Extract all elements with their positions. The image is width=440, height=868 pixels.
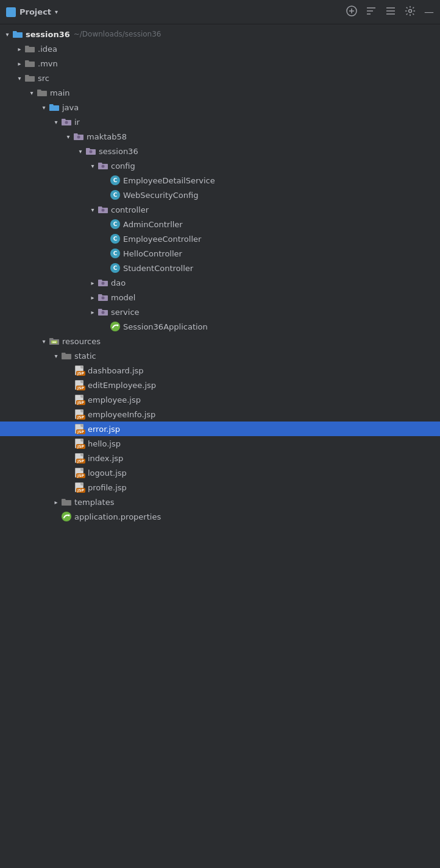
label-Session36Application: Session36Application: [123, 322, 208, 331]
tree-item-java[interactable]: java: [0, 100, 440, 115]
tree-item-controller[interactable]: controller: [0, 202, 440, 217]
spring-icon-Session36Application: [110, 321, 121, 332]
tree-item-session36-root[interactable]: session36 ~/Downloads/session36: [0, 27, 440, 41]
svg-point-13: [77, 135, 80, 138]
tree-item-index-jsp[interactable]: JSP index.jsp: [0, 451, 440, 465]
arrow-controller: [88, 206, 98, 213]
class-icon-EmployeeController: C: [110, 233, 121, 244]
toolbar: Project ▾: [0, 0, 440, 24]
svg-point-17: [102, 281, 105, 284]
tree-item-application-properties[interactable]: application.properties: [0, 509, 440, 524]
tree-item-main[interactable]: main: [0, 85, 440, 100]
arrow-dao: [88, 280, 98, 286]
tree-item-employee-jsp[interactable]: JSP employee.jsp: [0, 392, 440, 407]
label-employee-jsp: employee.jsp: [88, 395, 141, 404]
folder-icon-service: [98, 308, 108, 316]
svg-point-11: [409, 9, 412, 12]
svg-point-25: [62, 512, 71, 521]
arrow-ir: [51, 119, 61, 125]
tree-item-session36-pkg[interactable]: session36: [0, 144, 440, 158]
tree-item-hello-jsp[interactable]: JSP hello.jsp: [0, 436, 440, 451]
tree-item-templates[interactable]: templates: [0, 495, 440, 509]
jsp-icon-dashboard: JSP: [73, 365, 85, 376]
tree-item-ir[interactable]: ir: [0, 115, 440, 129]
close-icon[interactable]: —: [424, 6, 434, 18]
arrow-static: [51, 353, 61, 359]
label-service: service: [111, 308, 140, 317]
jsp-icon-editEmployee: JSP: [73, 379, 85, 390]
label-idea: .idea: [38, 44, 57, 54]
label-session36-root: session36: [26, 30, 70, 39]
arrow-session36-pkg: [76, 148, 85, 155]
arrow-maktab58: [63, 133, 73, 140]
tree-item-HelloController[interactable]: C HelloController: [0, 246, 440, 261]
label-hello-jsp: hello.jsp: [88, 439, 121, 448]
label-config: config: [111, 161, 135, 171]
svg-point-18: [102, 296, 105, 299]
tree-item-static[interactable]: static: [0, 348, 440, 363]
toolbar-dropdown-arrow[interactable]: ▾: [55, 9, 58, 15]
label-EmployeeController: EmployeeController: [123, 235, 201, 244]
folder-icon-mvn: [24, 59, 35, 68]
label-mvn: .mvn: [38, 59, 58, 68]
tree-item-WebSecurityConfig[interactable]: C WebSecurityConfig: [0, 188, 440, 202]
class-icon-AdminContrller: C: [110, 219, 121, 230]
label-main: main: [50, 88, 69, 97]
toolbar-title[interactable]: Project: [20, 7, 51, 16]
tree-container: session36 ~/Downloads/session36 .idea .m…: [0, 24, 440, 526]
class-icon-WebSecurityConfig: C: [110, 189, 121, 200]
tree-item-dashboard-jsp[interactable]: JSP dashboard.jsp: [0, 363, 440, 378]
arrow-resources: [39, 338, 49, 345]
label-dao: dao: [111, 278, 126, 288]
tree-item-resources[interactable]: resources: [0, 334, 440, 348]
folder-icon-resources: [49, 337, 60, 345]
collapse-all-icon[interactable]: [366, 5, 377, 19]
label-WebSecurityConfig: WebSecurityConfig: [123, 191, 198, 200]
folder-icon-model: [98, 293, 108, 302]
folder-icon-controller: [98, 205, 108, 214]
tree-item-config[interactable]: config: [0, 158, 440, 173]
tree-item-EmployeeDetailService[interactable]: C EmployeeDetailService: [0, 173, 440, 188]
tree-item-profile-jsp[interactable]: JSP profile.jsp: [0, 480, 440, 495]
label-AdminContrller: AdminContrller: [123, 220, 183, 229]
tree-item-StudentController[interactable]: C StudentController: [0, 261, 440, 275]
label-index-jsp: index.jsp: [88, 454, 123, 463]
svg-point-21: [117, 325, 119, 326]
tree-item-mvn[interactable]: .mvn: [0, 56, 440, 71]
svg-rect-1: [9, 10, 13, 14]
expand-all-icon[interactable]: [385, 5, 396, 19]
label-StudentController: StudentController: [123, 264, 193, 273]
label-controller: controller: [111, 205, 149, 214]
label-model: model: [111, 293, 135, 302]
arrow-mvn: [15, 60, 24, 67]
tree-item-model[interactable]: model: [0, 290, 440, 305]
jsp-icon-error: JSP: [73, 423, 85, 434]
svg-point-15: [102, 164, 105, 168]
tree-item-maktab58[interactable]: maktab58: [0, 129, 440, 144]
path-session36-root: ~/Downloads/session36: [74, 30, 161, 38]
tree-item-EmployeeController[interactable]: C EmployeeController: [0, 231, 440, 246]
tree-item-dao[interactable]: dao: [0, 275, 440, 290]
tree-item-service[interactable]: service: [0, 305, 440, 319]
tree-item-logout-jsp[interactable]: JSP logout.jsp: [0, 465, 440, 480]
settings-icon[interactable]: [405, 5, 416, 19]
tree-item-Session36Application[interactable]: Session36Application: [0, 319, 440, 334]
tree-item-employeeInfo-jsp[interactable]: JSP employeeInfo.jsp: [0, 407, 440, 422]
svg-point-20: [110, 322, 120, 331]
spring-icon-application-properties: [61, 511, 72, 522]
label-static: static: [74, 351, 96, 361]
label-HelloController: HelloController: [123, 249, 182, 258]
arrow-service: [88, 309, 98, 316]
label-src: src: [38, 74, 49, 83]
tree-item-idea[interactable]: .idea: [0, 41, 440, 56]
tree-item-editEmployee-jsp[interactable]: JSP editEmployee.jsp: [0, 378, 440, 392]
tree-item-AdminContrller[interactable]: C AdminContrller: [0, 217, 440, 231]
svg-point-19: [102, 311, 105, 314]
folder-icon-main: [37, 88, 48, 97]
arrow-session36-root: [2, 31, 12, 38]
tree-item-src[interactable]: src: [0, 71, 440, 85]
add-icon[interactable]: [346, 5, 357, 19]
svg-point-12: [65, 121, 68, 124]
arrow-idea: [15, 46, 24, 52]
tree-item-error-jsp[interactable]: JSP error.jsp: [0, 422, 440, 436]
